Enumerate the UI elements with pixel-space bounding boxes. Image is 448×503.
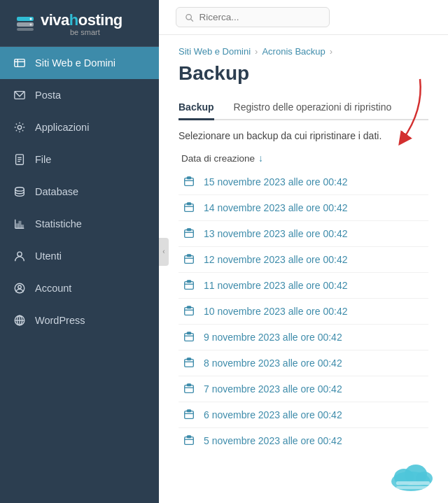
svg-rect-54 bbox=[185, 385, 194, 393]
backup-item-link[interactable]: 7 novembre 2023 alle ore 00:42 bbox=[204, 383, 342, 395]
sidebar-item-posta[interactable]: Posta bbox=[0, 79, 159, 111]
backup-item-link[interactable]: 15 novembre 2023 alle ore 00:42 bbox=[204, 176, 347, 187]
breadcrumb-acronis[interactable]: Acronis Backup bbox=[262, 46, 325, 57]
sidebar-item-label: Database bbox=[35, 186, 78, 197]
backup-list-item: 11 novembre 2023 alle ore 00:42 bbox=[178, 273, 428, 299]
svg-point-10 bbox=[18, 125, 21, 129]
backup-list-item: 15 novembre 2023 alle ore 00:42 bbox=[178, 169, 428, 195]
backup-item-icon bbox=[181, 331, 197, 343]
backup-list-item: 6 novembre 2023 alle ore 00:42 bbox=[178, 402, 428, 428]
sidebar-item-wordpress[interactable]: WordPress bbox=[0, 304, 159, 336]
sidebar-item-utenti[interactable]: Utenti bbox=[0, 240, 159, 272]
tab-backup[interactable]: Backup bbox=[178, 96, 214, 120]
backup-item-link[interactable]: 9 novembre 2023 alle ore 00:42 bbox=[204, 332, 342, 343]
logo-area: vivahosting be smart bbox=[0, 0, 159, 47]
svg-rect-39 bbox=[185, 256, 194, 264]
svg-rect-51 bbox=[185, 360, 194, 367]
topbar bbox=[159, 0, 448, 35]
search-box[interactable] bbox=[176, 7, 330, 27]
backup-item-link[interactable]: 12 novembre 2023 alle ore 00:42 bbox=[204, 254, 347, 265]
sidebar-item-label: WordPress bbox=[35, 315, 85, 326]
svg-point-23 bbox=[18, 285, 22, 289]
backup-list-item: 12 novembre 2023 alle ore 00:42 bbox=[178, 247, 428, 273]
backup-list-item: 10 novembre 2023 alle ore 00:42 bbox=[178, 299, 428, 325]
svg-rect-44 bbox=[187, 281, 190, 283]
backup-list-item: 9 novembre 2023 alle ore 00:42 bbox=[178, 325, 428, 350]
search-icon bbox=[185, 13, 194, 22]
svg-rect-48 bbox=[185, 334, 194, 341]
main-content: Siti Web e Domini › Acronis Backup › Bac… bbox=[159, 0, 448, 503]
backup-item-link[interactable]: 5 novembre 2023 alle ore 00:42 bbox=[204, 435, 342, 446]
backup-item-icon bbox=[181, 409, 197, 421]
backup-item-icon bbox=[181, 357, 197, 369]
backup-list-item: 14 novembre 2023 alle ore 00:42 bbox=[178, 195, 428, 221]
svg-rect-60 bbox=[185, 437, 194, 445]
user-icon bbox=[13, 249, 27, 263]
sidebar-collapse-button[interactable]: ‹ bbox=[159, 238, 169, 266]
backup-item-icon bbox=[181, 176, 197, 188]
breadcrumb: Siti Web e Domini › Acronis Backup › bbox=[178, 46, 428, 57]
backup-item-icon bbox=[181, 253, 197, 266]
backup-list-item: 8 novembre 2023 alle ore 00:42 bbox=[178, 350, 428, 376]
svg-rect-67 bbox=[396, 481, 430, 485]
sidebar-item-label: Account bbox=[35, 283, 71, 294]
sort-icon: ↓ bbox=[258, 153, 263, 164]
search-input[interactable] bbox=[200, 12, 321, 22]
sidebar: vivahosting be smart Siti Web e Domini P… bbox=[0, 0, 159, 503]
backup-list: 15 novembre 2023 alle ore 00:42 14 novem… bbox=[178, 169, 428, 453]
logo-text: vivahosting bbox=[41, 11, 122, 29]
backup-list-item: 13 novembre 2023 alle ore 00:42 bbox=[178, 221, 428, 247]
globe-icon bbox=[13, 56, 27, 70]
sidebar-item-label: File bbox=[35, 154, 51, 165]
sidebar-item-applicazioni[interactable]: Applicazioni bbox=[0, 111, 159, 143]
backup-item-link[interactable]: 14 novembre 2023 alle ore 00:42 bbox=[204, 202, 347, 213]
svg-rect-6 bbox=[15, 59, 24, 67]
svg-rect-42 bbox=[185, 282, 194, 290]
page-title: Backup bbox=[178, 62, 428, 85]
account-icon bbox=[13, 281, 27, 295]
tab-registro[interactable]: Registro delle operazioni di ripristino bbox=[234, 96, 392, 120]
sidebar-item-statistiche[interactable]: Statistiche bbox=[0, 208, 159, 240]
svg-point-21 bbox=[18, 252, 22, 256]
file-icon bbox=[13, 153, 27, 167]
backup-list-item: 5 novembre 2023 alle ore 00:42 bbox=[178, 428, 428, 453]
backup-item-link[interactable]: 11 novembre 2023 alle ore 00:42 bbox=[204, 280, 347, 291]
breadcrumb-siti[interactable]: Siti Web e Domini bbox=[178, 46, 251, 57]
svg-rect-20 bbox=[22, 225, 24, 229]
svg-rect-53 bbox=[187, 358, 190, 360]
column-header[interactable]: Data di creazione ↓ bbox=[178, 153, 428, 164]
svg-rect-3 bbox=[17, 28, 34, 31]
column-header-label: Data di creazione bbox=[181, 153, 255, 164]
subtitle-text: Selezionare un backup da cui ripristinar… bbox=[178, 130, 428, 141]
backup-item-icon bbox=[181, 279, 197, 292]
svg-rect-50 bbox=[187, 332, 190, 334]
svg-rect-57 bbox=[185, 411, 194, 419]
backup-item-link[interactable]: 13 novembre 2023 alle ore 00:42 bbox=[204, 228, 347, 239]
sidebar-item-siti-web-domini[interactable]: Siti Web e Domini bbox=[0, 47, 159, 79]
backup-item-icon bbox=[181, 305, 197, 318]
svg-rect-68 bbox=[396, 486, 430, 489]
svg-rect-36 bbox=[185, 230, 194, 238]
sidebar-item-database[interactable]: Database bbox=[0, 176, 159, 208]
backup-item-icon bbox=[181, 201, 197, 214]
svg-rect-41 bbox=[187, 255, 190, 257]
backup-item-icon bbox=[181, 434, 197, 447]
svg-rect-62 bbox=[187, 436, 190, 438]
content-area: Siti Web e Domini › Acronis Backup › Bac… bbox=[159, 35, 448, 503]
sidebar-item-label: Siti Web e Domini bbox=[35, 57, 115, 69]
backup-item-icon bbox=[181, 227, 197, 240]
svg-rect-45 bbox=[185, 308, 194, 316]
mail-icon bbox=[13, 88, 27, 102]
backup-item-link[interactable]: 6 novembre 2023 alle ore 00:42 bbox=[204, 409, 342, 420]
sidebar-item-file[interactable]: File bbox=[0, 143, 159, 176]
backup-item-link[interactable]: 10 novembre 2023 alle ore 00:42 bbox=[204, 306, 347, 317]
svg-rect-59 bbox=[187, 410, 190, 412]
gear-icon bbox=[13, 120, 27, 134]
logo-icon bbox=[13, 11, 38, 36]
backup-item-link[interactable]: 8 novembre 2023 alle ore 00:42 bbox=[204, 357, 342, 369]
svg-point-5 bbox=[30, 24, 32, 26]
database-icon bbox=[13, 185, 27, 199]
cloud-icon bbox=[386, 455, 442, 493]
sidebar-item-label: Posta bbox=[35, 90, 61, 101]
sidebar-item-account[interactable]: Account bbox=[0, 272, 159, 304]
